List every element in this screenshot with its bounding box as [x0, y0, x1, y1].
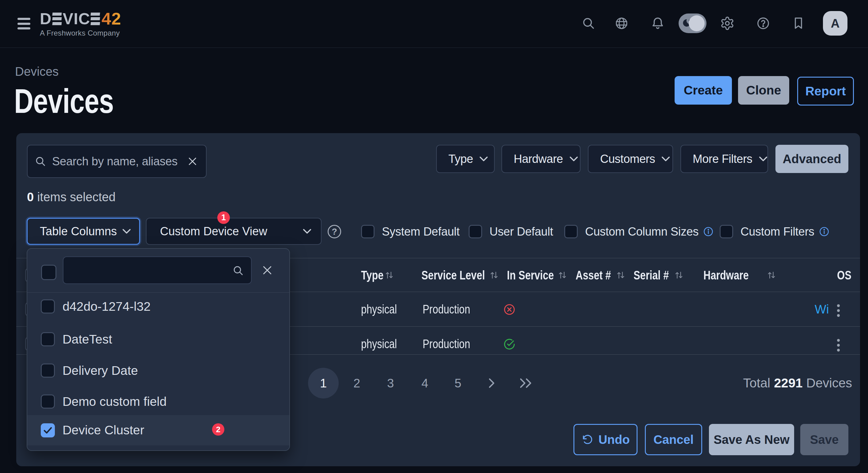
- help-circle-icon[interactable]: ?: [328, 225, 341, 238]
- column-option-label: DateTest: [63, 332, 112, 347]
- logo-letter-d: D: [40, 11, 52, 26]
- sort-icon[interactable]: [674, 270, 684, 280]
- avatar[interactable]: A: [823, 11, 847, 36]
- save-as-new-button[interactable]: Save As New: [709, 424, 794, 455]
- column-header-hardware[interactable]: Hardware: [704, 258, 759, 292]
- table-columns-label: Table Columns: [40, 225, 117, 238]
- page-1-button[interactable]: 1: [308, 368, 339, 398]
- column-option[interactable]: Demo custom field: [27, 386, 289, 417]
- system-default-checkbox[interactable]: [361, 225, 375, 238]
- chevron-down-icon: [661, 156, 670, 162]
- report-button[interactable]: Report: [797, 77, 854, 106]
- page-2-button[interactable]: 2: [347, 368, 366, 398]
- custom-filters-label: Custom Filters: [741, 225, 814, 238]
- cancel-button[interactable]: Cancel: [645, 424, 702, 455]
- column-checkbox[interactable]: [41, 299, 55, 314]
- custom-column-sizes-label: Custom Column Sizes: [585, 225, 699, 238]
- column-option[interactable]: DateTest: [27, 324, 289, 355]
- column-checkbox-checked[interactable]: [41, 423, 55, 437]
- more-filters-dropdown[interactable]: More Filters: [680, 145, 768, 173]
- hardware-filter-label: Hardware: [514, 152, 563, 166]
- select-all-columns-checkbox[interactable]: [41, 265, 56, 280]
- bell-icon[interactable]: [650, 16, 665, 31]
- page-5-button[interactable]: 5: [449, 368, 467, 398]
- sort-icon[interactable]: [557, 270, 568, 280]
- info-icon[interactable]: [703, 226, 714, 237]
- close-icon[interactable]: [261, 264, 273, 276]
- search-icon[interactable]: [581, 16, 596, 31]
- column-header-os[interactable]: OS: [837, 258, 851, 292]
- create-button[interactable]: Create: [675, 76, 732, 105]
- advanced-button[interactable]: Advanced: [775, 145, 848, 173]
- undo-icon: [581, 434, 593, 446]
- column-header-asset[interactable]: Asset #: [576, 258, 619, 292]
- in-service-icon: [503, 338, 516, 351]
- total-count: 2291: [774, 376, 802, 390]
- column-header-in-service[interactable]: In Service: [507, 258, 565, 292]
- globe-icon[interactable]: [614, 16, 629, 31]
- chevron-down-icon: [569, 156, 578, 162]
- custom-filters-checkbox[interactable]: [720, 225, 733, 238]
- customers-filter-label: Customers: [600, 152, 655, 166]
- cell-os-link[interactable]: Win: [815, 292, 829, 327]
- customers-filter-dropdown[interactable]: Customers: [588, 145, 673, 173]
- breadcrumb[interactable]: Devices: [15, 65, 59, 79]
- columns-search-input[interactable]: [63, 257, 252, 284]
- column-option-label: Delivery Date: [63, 363, 138, 378]
- custom-column-sizes-option: Custom Column Sizes: [564, 225, 714, 238]
- not-in-service-icon: [503, 303, 516, 316]
- menu-icon[interactable]: [18, 18, 30, 29]
- cell-service-level: Production: [423, 327, 481, 355]
- custom-device-view-dropdown[interactable]: Custom Device View: [146, 218, 321, 245]
- column-option-label: d42do-1274-l32: [63, 299, 151, 314]
- custom-device-view-label: Custom Device View: [160, 225, 267, 238]
- logo-wordmark: D VIC 42: [40, 11, 121, 26]
- row-menu-icon[interactable]: [836, 303, 840, 318]
- custom-column-sizes-checkbox[interactable]: [564, 225, 578, 238]
- undo-button[interactable]: Undo: [574, 424, 638, 455]
- clone-button[interactable]: Clone: [738, 76, 789, 105]
- column-checkbox[interactable]: [41, 363, 55, 378]
- type-filter-label: Type: [448, 152, 473, 166]
- type-filter-dropdown[interactable]: Type: [436, 145, 495, 173]
- clear-search-icon[interactable]: [187, 156, 198, 167]
- last-page-icon[interactable]: [517, 368, 535, 398]
- column-checkbox[interactable]: [41, 394, 55, 409]
- help-icon[interactable]: [756, 16, 771, 31]
- column-checkbox[interactable]: [41, 332, 55, 346]
- gear-icon[interactable]: [720, 16, 735, 31]
- items-selected: 0 items selected: [27, 190, 116, 204]
- hardware-filter-dropdown[interactable]: Hardware: [501, 145, 581, 173]
- page-3-button[interactable]: 3: [381, 368, 400, 398]
- cell-type: physical: [361, 327, 405, 355]
- sort-icon[interactable]: [766, 270, 777, 280]
- device-cluster-badge: 2: [212, 423, 224, 436]
- next-page-icon[interactable]: [483, 368, 501, 398]
- bookmark-icon[interactable]: [791, 16, 806, 31]
- column-header-serial[interactable]: Serial #: [633, 258, 677, 292]
- column-option[interactable]: Delivery Date: [27, 355, 289, 386]
- search-icon: [34, 155, 46, 168]
- user-default-option: User Default: [469, 225, 553, 238]
- cell-in-service: [503, 327, 516, 355]
- undo-label: Undo: [598, 433, 629, 447]
- table-columns-dropdown[interactable]: Table Columns: [27, 218, 140, 245]
- sort-icon[interactable]: [489, 270, 499, 280]
- logo-42: 42: [101, 11, 121, 26]
- selected-count: 0: [27, 190, 34, 204]
- search-input[interactable]: Search by name, aliases: [27, 145, 207, 178]
- sort-icon[interactable]: [615, 270, 626, 280]
- row-menu-icon[interactable]: [836, 338, 840, 352]
- sort-icon[interactable]: [384, 270, 395, 280]
- dark-mode-toggle[interactable]: [679, 13, 707, 33]
- logo[interactable]: D VIC 42 A Freshworks Company: [40, 11, 121, 37]
- column-option-selected[interactable]: Device Cluster: [27, 415, 289, 445]
- search-icon: [232, 264, 244, 277]
- column-header-service-level[interactable]: Service Level: [422, 258, 500, 292]
- page-4-button[interactable]: 4: [415, 368, 434, 398]
- info-icon[interactable]: [819, 226, 830, 237]
- column-option[interactable]: d42do-1274-l32: [27, 291, 289, 322]
- user-default-checkbox[interactable]: [469, 225, 482, 238]
- save-button[interactable]: Save: [800, 424, 848, 455]
- search-placeholder: Search by name, aliases: [52, 155, 187, 168]
